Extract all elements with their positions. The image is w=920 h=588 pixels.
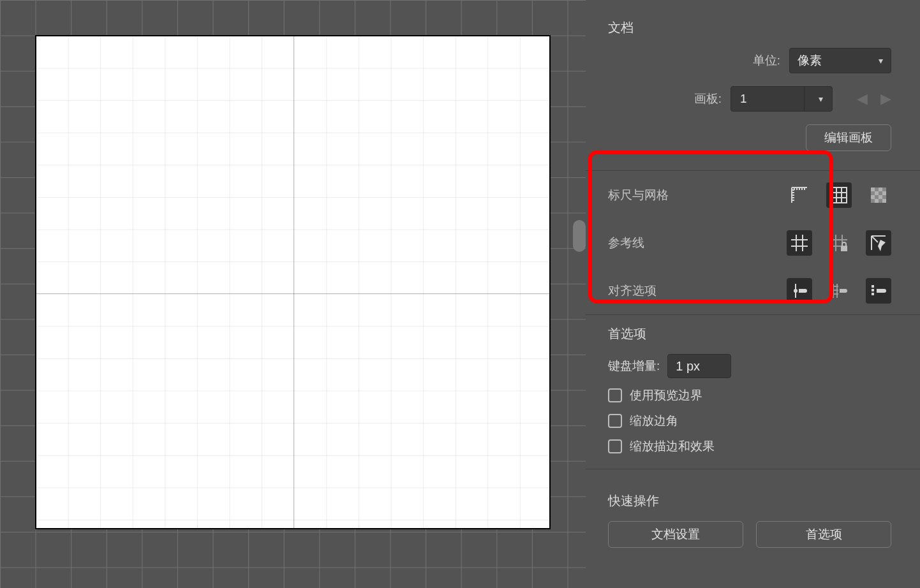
section-title-document: 文档 xyxy=(608,19,891,36)
checkbox-icon xyxy=(608,414,622,428)
artboard-row: 画板: 1 ▾ ◀ ▶ xyxy=(608,86,891,112)
keyboard-increment-label: 键盘增量: xyxy=(608,358,660,374)
svg-rect-15 xyxy=(871,199,875,203)
artboard[interactable] xyxy=(35,35,551,529)
svg-rect-0 xyxy=(831,187,847,203)
rulers-icon xyxy=(790,186,809,205)
unit-value: 像素 xyxy=(798,52,822,69)
svg-marker-18 xyxy=(878,240,886,251)
artboard-value: 1 xyxy=(731,92,804,106)
divider xyxy=(586,314,920,315)
divider xyxy=(586,469,920,469)
chevron-down-icon: ▾ xyxy=(879,55,883,66)
guides-lock-button[interactable] xyxy=(826,230,852,256)
unit-row: 单位: 像素 ▾ xyxy=(608,48,891,73)
svg-rect-12 xyxy=(879,191,882,195)
svg-rect-3 xyxy=(875,191,879,195)
svg-rect-7 xyxy=(875,199,879,203)
svg-rect-22 xyxy=(872,293,874,295)
scale-strokes-label: 缩放描边和效果 xyxy=(630,438,715,455)
transparency-grid-icon xyxy=(869,186,888,205)
svg-rect-5 xyxy=(871,195,875,199)
guides-lock-icon xyxy=(829,233,849,253)
keyboard-increment-input[interactable] xyxy=(667,354,731,378)
chevron-down-icon: ▾ xyxy=(819,94,823,104)
guides-toggle-button[interactable] xyxy=(787,230,812,256)
svg-rect-2 xyxy=(879,187,882,191)
snap-to-point-button[interactable] xyxy=(787,278,812,304)
svg-rect-1 xyxy=(871,187,875,191)
svg-rect-11 xyxy=(871,191,875,195)
artboard-next-button[interactable]: ▶ xyxy=(880,91,891,107)
document-setup-button[interactable]: 文档设置 xyxy=(608,521,743,548)
grid-toggle-button[interactable] xyxy=(826,182,852,208)
unit-select[interactable]: 像素 ▾ xyxy=(789,48,891,73)
svg-rect-9 xyxy=(875,187,879,191)
properties-panel: 文档 单位: 像素 ▾ 画板: 1 ▾ ◀ ▶ 编辑画板 标尺与网格 xyxy=(586,0,920,588)
guides-row: 参考线 xyxy=(608,219,891,267)
smart-guides-button[interactable] xyxy=(866,230,891,256)
guides-label: 参考线 xyxy=(608,235,787,251)
guides-icon xyxy=(790,233,809,253)
svg-rect-17 xyxy=(841,246,847,251)
panel-resize-handle[interactable] xyxy=(573,220,586,252)
svg-rect-16 xyxy=(879,199,882,203)
scale-strokes-checkbox[interactable]: 缩放描边和效果 xyxy=(608,438,891,455)
rulers-toggle-button[interactable] xyxy=(787,182,812,208)
artboard-prev-button[interactable]: ◀ xyxy=(857,91,868,107)
svg-point-19 xyxy=(794,289,798,293)
rulers-grid-row: 标尺与网格 xyxy=(608,171,891,219)
svg-rect-13 xyxy=(875,195,879,199)
svg-rect-4 xyxy=(882,191,886,195)
snap-row: 对齐选项 xyxy=(608,267,891,314)
transparency-grid-button[interactable] xyxy=(866,182,891,208)
checkbox-icon xyxy=(608,388,622,402)
svg-rect-14 xyxy=(882,195,886,199)
use-preview-bounds-checkbox[interactable]: 使用预览边界 xyxy=(608,387,891,404)
scale-corners-checkbox[interactable]: 缩放边角 xyxy=(608,413,891,429)
edit-artboards-button[interactable]: 编辑画板 xyxy=(806,124,891,151)
use-preview-bounds-label: 使用预览边界 xyxy=(630,387,702,404)
svg-rect-8 xyxy=(882,199,886,203)
snap-to-pixel-button[interactable] xyxy=(866,278,891,304)
svg-rect-10 xyxy=(882,187,886,191)
snap-to-point-icon xyxy=(790,281,809,300)
snap-to-grid-button[interactable] xyxy=(826,278,852,304)
keyboard-increment-row: 键盘增量: xyxy=(608,354,891,378)
rulers-grid-label: 标尺与网格 xyxy=(608,187,787,203)
svg-rect-6 xyxy=(879,195,882,199)
artboard-label: 画板: xyxy=(694,91,722,107)
unit-label: 单位: xyxy=(753,52,780,69)
section-title-prefs: 首选项 xyxy=(608,325,891,342)
smart-guides-icon xyxy=(869,233,888,253)
grid-icon xyxy=(829,186,849,205)
snap-to-pixel-icon xyxy=(869,281,888,300)
svg-rect-21 xyxy=(872,289,874,291)
artboard-select[interactable]: 1 ▾ xyxy=(731,86,833,112)
snap-label: 对齐选项 xyxy=(608,283,787,299)
snap-to-grid-icon xyxy=(829,281,849,300)
canvas-area[interactable] xyxy=(0,0,586,588)
svg-rect-20 xyxy=(872,285,874,288)
checkbox-icon xyxy=(608,439,622,453)
scale-corners-label: 缩放边角 xyxy=(630,413,678,429)
preferences-button[interactable]: 首选项 xyxy=(756,521,891,548)
section-title-quick-actions: 快速操作 xyxy=(608,492,891,510)
